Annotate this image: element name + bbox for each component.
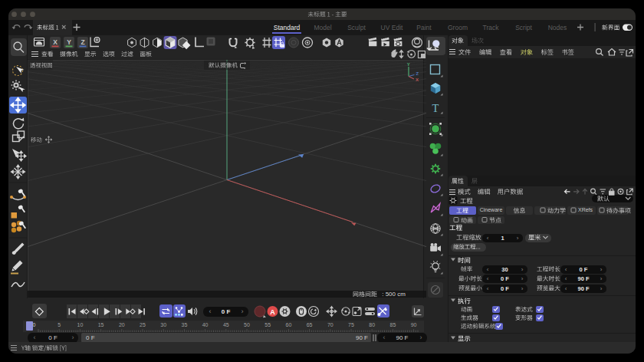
svg-text:Z: Z xyxy=(416,71,419,76)
svg-text:A: A xyxy=(270,308,275,316)
svg-text:Y: Y xyxy=(407,62,410,67)
svg-text:X: X xyxy=(53,38,58,46)
svg-text:T: T xyxy=(432,102,439,114)
svg-text:Z: Z xyxy=(80,38,84,46)
svg-text:Y: Y xyxy=(67,38,71,46)
svg-text:X: X xyxy=(416,77,419,82)
